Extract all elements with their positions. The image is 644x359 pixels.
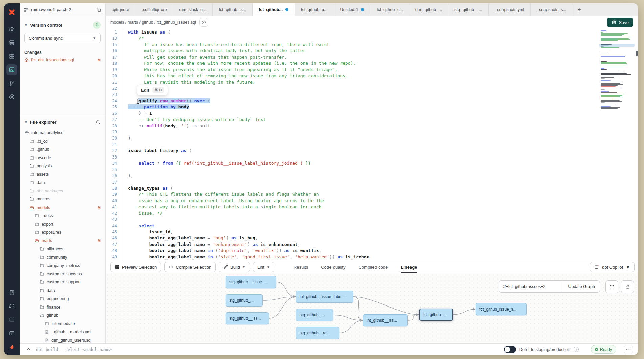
build-button[interactable]: Build ▼ [219,262,250,272]
tab-_snapshots_s[interactable]: _snapshots_s... [531,3,573,16]
editor-minimap[interactable] [601,30,633,110]
command-input[interactable]: dbt build --select <model_name> [36,347,112,352]
tree-item-.github[interactable]: .github [20,145,105,154]
edit-popup[interactable]: Edit ⌘ B [137,85,168,96]
home-icon[interactable] [6,24,17,35]
tab-results[interactable]: Results [294,261,308,273]
tree-item-.vscode[interactable]: .vscode [20,154,105,162]
tree-item-dbt_packages[interactable]: dbt_packages [20,187,105,195]
tab-fct_github[interactable]: fct_github... [253,3,295,16]
code-line[interactable]: 25······partition by body [106,104,597,110]
tab-fct_github_c[interactable]: fct_github_c... [370,3,409,16]
code-line[interactable]: 38change_types as ( [106,185,597,191]
tree-item-engineering[interactable]: engineering [20,295,105,303]
tree-item-_github__models.yml[interactable]: _github__models.yml [20,328,105,336]
tree-item-marts[interactable]: martsM [20,237,105,245]
tree-item-assets[interactable]: assets [20,170,105,179]
apps-icon[interactable] [6,51,17,62]
lineage-selector-input[interactable] [499,280,563,293]
code-line[interactable]: 39 /* This CTE flattens the different is… [106,191,597,197]
docs-icon[interactable] [6,314,17,325]
tree-item-data[interactable]: data [20,287,105,295]
tab-fct_github_p[interactable]: fct_github_p... [295,3,334,16]
tree-item-_docs[interactable]: _docs [20,212,105,220]
code-line[interactable]: 41 easiest way to flatten multiple label… [106,204,597,210]
code-line[interactable]: 44 select [106,223,597,229]
code-line[interactable]: 21 Let's revisit this modeling in the fu… [106,79,597,85]
code-line[interactable]: 43 [106,216,597,223]
code-line[interactable]: 1with issues as ( [106,29,597,35]
code-line[interactable]: 15 If an issue has been transferred to a… [106,42,597,48]
lineage-node-int_github__issue_labe[interactable]: int_github__issue_labe... [296,291,353,303]
code-line[interactable]: 30), [106,135,597,141]
code-line[interactable]: 48 boolor_agg(label_name in ('duplicate'… [106,248,597,254]
code-line[interactable]: 24 qualify row_number() over ( [106,98,597,104]
changed-file-row[interactable]: fct_dbt_invocations.sql M [24,58,101,62]
code-line[interactable]: 16 multiple issues with identical body t… [106,48,597,54]
chevron-down-icon[interactable]: ▼ [24,120,28,124]
code-line[interactable]: 46 boolor_agg(label_name = 'bug') as is_… [106,235,597,241]
code-line[interactable]: 22 [106,85,597,91]
tab-code-quality[interactable]: Code quality [321,261,345,273]
tree-item-models[interactable]: modelsM [20,204,105,212]
code-line[interactable]: 17 will get updates for events that happ… [106,54,597,60]
save-button[interactable]: Save [607,18,633,27]
tab-stg_github__[interactable]: stg_github__... [448,3,489,16]
tab-lineage[interactable]: Lineage [401,261,417,273]
new-tab-button[interactable]: + [573,3,586,16]
code-line[interactable]: 29 [106,129,597,135]
develop-icon[interactable] [6,64,17,75]
code-line[interactable]: 45 issue_id, [106,229,597,235]
lineage-node-stg_github__issue_[interactable]: stg_github__issue_... [226,276,276,288]
lineage-node-fct_github_[interactable]: fct_github_... [419,309,453,321]
lineage-node-int_github__iss[interactable]: int_github__iss... [363,314,408,326]
code-line[interactable]: 13 /* [106,35,597,41]
code-editor[interactable]: 1with issues as (13 /*15 If an issue has… [106,28,638,261]
search-icon[interactable] [95,120,101,125]
tab-dim_github_[interactable]: dim_github_... [409,3,449,16]
tab-untitled-1[interactable]: Untitled-1 [334,3,370,16]
deploy-icon[interactable] [6,37,17,48]
code-line[interactable]: 42 issue. */ [106,210,597,216]
refresh-button[interactable] [621,280,634,293]
tree-item-internal-analytics[interactable]: internal-analytics [20,129,105,137]
tree-item-exposures[interactable]: exposures [20,228,105,237]
editor-scrollbar-thumb[interactable] [636,51,638,56]
copy-path-icon[interactable] [199,18,208,27]
edit-popup-label[interactable]: Edit [141,88,149,93]
tree-item-customer_support[interactable]: customer_support [20,278,105,287]
tree-item-analysis[interactable]: analysis [20,162,105,170]
tree-item-community[interactable]: community [20,253,105,262]
tree-item-customer_success[interactable]: customer_success [20,270,105,278]
code-line[interactable]: 49 boolor_agg(label_name in ('stale', 'g… [106,254,597,260]
explore-icon[interactable] [6,91,17,102]
tree-item-macros[interactable]: macros [20,195,105,204]
code-line[interactable]: 35 [106,167,597,173]
lineage-node-fct_github_issue_s[interactable]: fct_github_issue_s... [476,303,527,315]
tree-item-alliances[interactable]: alliances [20,245,105,253]
flame-icon[interactable] [6,341,17,352]
preview-selection-button[interactable]: Preview Selection [110,262,161,272]
tab-gitignore[interactable]: .gitignore [106,3,135,16]
code-line[interactable]: 20 this has the effect of removing the n… [106,73,597,79]
headset-icon[interactable] [6,301,17,312]
table-icon[interactable] [6,328,17,339]
code-line[interactable]: 23 [106,91,597,98]
git-branch-icon[interactable] [6,78,17,89]
code-line[interactable]: 40 issue has a bug or enhancement label.… [106,198,597,204]
lineage-node-stg_github__re[interactable]: stg_github__re... [296,327,339,339]
tree-item-finance[interactable]: finance [20,303,105,312]
lineage-node-stg_github_[interactable]: stg_github_... [226,294,263,307]
compile-selection-button[interactable]: Compile Selection [164,262,216,272]
code-line[interactable]: 32issue_label_history as ( [106,148,597,154]
lineage-node-stg_github__iss[interactable]: stg_github__iss... [226,312,269,324]
dbt-copilot-button[interactable]: dbt Copilot ▼ [590,262,635,272]
tree-item-.ci_cd[interactable]: .ci_cd [20,137,105,146]
tab-_snapshotsyml[interactable]: _snapshots.yml [489,3,531,16]
code-line[interactable]: 37 [106,179,597,185]
lint-button[interactable]: Lint ▼ [253,262,274,272]
expand-command-bar-icon[interactable] [26,347,33,352]
commit-and-sync-button[interactable]: Commit and sync ▼ [24,33,101,43]
tree-item-data[interactable]: data [20,178,105,187]
overflow-menu-button[interactable]: ··· [624,346,633,353]
